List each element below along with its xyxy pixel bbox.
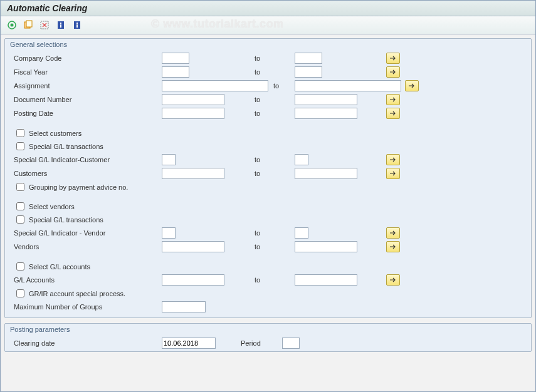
execute-icon[interactable] bbox=[6, 19, 18, 31]
doc-number-from[interactable] bbox=[162, 94, 224, 105]
fiscal-year-from[interactable] bbox=[162, 66, 189, 78]
multi-posting-date[interactable] bbox=[386, 108, 400, 119]
multi-gl-accounts[interactable] bbox=[386, 274, 400, 286]
assignment-to[interactable] bbox=[295, 80, 401, 91]
to-label: to bbox=[253, 96, 291, 103]
group-title-general: General selections bbox=[5, 39, 531, 51]
label-posting-date: Posting Date bbox=[14, 110, 158, 117]
label-max-groups: Maximum Number of Groups bbox=[14, 303, 158, 311]
toolbar: © www.tutorialkart.com bbox=[1, 16, 535, 34]
cust-indicator-from[interactable] bbox=[162, 154, 176, 165]
cb-cust-special-gl[interactable] bbox=[16, 142, 24, 150]
to-label: to bbox=[253, 229, 291, 237]
cb-vend-special-gl[interactable] bbox=[16, 215, 24, 224]
to-label: to bbox=[253, 156, 291, 163]
svg-rect-10 bbox=[76, 24, 78, 28]
page-title: Automatic Clearing bbox=[1, 1, 535, 16]
multi-assignment[interactable] bbox=[405, 80, 419, 91]
label-select-vendors: Select vendors bbox=[29, 203, 75, 210]
cb-select-customers[interactable] bbox=[16, 129, 24, 137]
label-clearing-date: Clearing date bbox=[14, 339, 158, 347]
cb-select-gl[interactable] bbox=[16, 262, 24, 271]
cb-grir[interactable] bbox=[16, 289, 24, 297]
svg-point-1 bbox=[11, 24, 14, 27]
vend-indicator-to[interactable] bbox=[295, 227, 308, 239]
label-select-customers: Select customers bbox=[29, 130, 81, 137]
multi-company-code[interactable] bbox=[386, 53, 400, 64]
multi-fiscal-year[interactable] bbox=[386, 66, 400, 78]
vendors-to[interactable] bbox=[295, 241, 357, 252]
fiscal-year-to[interactable] bbox=[295, 66, 322, 78]
posting-date-to[interactable] bbox=[295, 108, 357, 119]
multi-doc-number[interactable] bbox=[386, 94, 400, 105]
multi-vendors[interactable] bbox=[386, 241, 400, 252]
label-gl-accounts: G/L Accounts bbox=[14, 276, 158, 284]
multi-cust-indicator[interactable] bbox=[386, 154, 400, 165]
gl-accounts-to[interactable] bbox=[295, 274, 357, 286]
cb-grouping[interactable] bbox=[16, 183, 24, 191]
info2-icon[interactable] bbox=[71, 19, 83, 31]
label-vendors: Vendors bbox=[14, 243, 158, 250]
to-label: to bbox=[253, 170, 291, 177]
label-period: Period bbox=[228, 339, 278, 347]
svg-rect-9 bbox=[76, 23, 78, 24]
cb-select-vendors[interactable] bbox=[16, 202, 24, 210]
svg-rect-7 bbox=[60, 24, 61, 28]
label-cust-indicator: Special G/L Indicator-Customer bbox=[14, 156, 158, 163]
cust-indicator-to[interactable] bbox=[295, 154, 308, 165]
to-label: to bbox=[253, 243, 291, 250]
posting-date-from[interactable] bbox=[162, 108, 224, 119]
label-customers: Customers bbox=[14, 170, 158, 177]
program-icon[interactable] bbox=[38, 19, 51, 31]
clearing-date-input[interactable] bbox=[162, 338, 216, 349]
watermark: © www.tutorialkart.com bbox=[151, 18, 284, 31]
to-label: to bbox=[253, 68, 291, 76]
assignment-from[interactable] bbox=[162, 80, 268, 91]
multi-customers[interactable] bbox=[386, 168, 400, 179]
label-grouping: Grouping by payment advice no. bbox=[29, 183, 128, 191]
label-company-code: Company Code bbox=[14, 54, 158, 62]
to-label: to bbox=[253, 110, 291, 117]
customers-from[interactable] bbox=[162, 168, 224, 179]
company-code-to[interactable] bbox=[295, 53, 322, 64]
vendors-from[interactable] bbox=[162, 241, 224, 252]
label-cust-special-gl: Special G/L transactions bbox=[29, 143, 103, 150]
to-label: to bbox=[272, 82, 291, 90]
variant-icon[interactable] bbox=[22, 19, 34, 31]
doc-number-to[interactable] bbox=[295, 94, 357, 105]
max-groups-input[interactable] bbox=[162, 301, 206, 312]
multi-vend-indicator[interactable] bbox=[386, 227, 400, 239]
label-fiscal-year: Fiscal Year bbox=[14, 68, 158, 76]
customers-to[interactable] bbox=[295, 168, 357, 179]
company-code-from[interactable] bbox=[162, 53, 189, 64]
label-assignment: Assignment bbox=[14, 82, 158, 90]
period-input[interactable] bbox=[282, 338, 300, 349]
label-grir: GR/IR account special process. bbox=[29, 290, 125, 297]
gl-accounts-from[interactable] bbox=[162, 274, 224, 286]
svg-rect-6 bbox=[60, 23, 61, 24]
group-general-selections: General selections Company Code to Fisca… bbox=[4, 38, 532, 318]
label-select-gl: Select G/L accounts bbox=[29, 263, 90, 271]
info-icon[interactable] bbox=[55, 19, 67, 31]
to-label: to bbox=[253, 54, 291, 62]
to-label: to bbox=[253, 276, 291, 284]
label-doc-number: Document Number bbox=[14, 96, 158, 103]
vend-indicator-from[interactable] bbox=[162, 227, 176, 239]
group-title-posting: Posting parameters bbox=[5, 324, 531, 336]
label-vend-special-gl: Special G/L transactions bbox=[29, 216, 103, 224]
label-vend-indicator: Special G/L Indicator - Vendor bbox=[14, 229, 158, 237]
group-posting-params: Posting parameters Clearing date Period bbox=[4, 323, 532, 352]
svg-rect-3 bbox=[26, 21, 32, 27]
